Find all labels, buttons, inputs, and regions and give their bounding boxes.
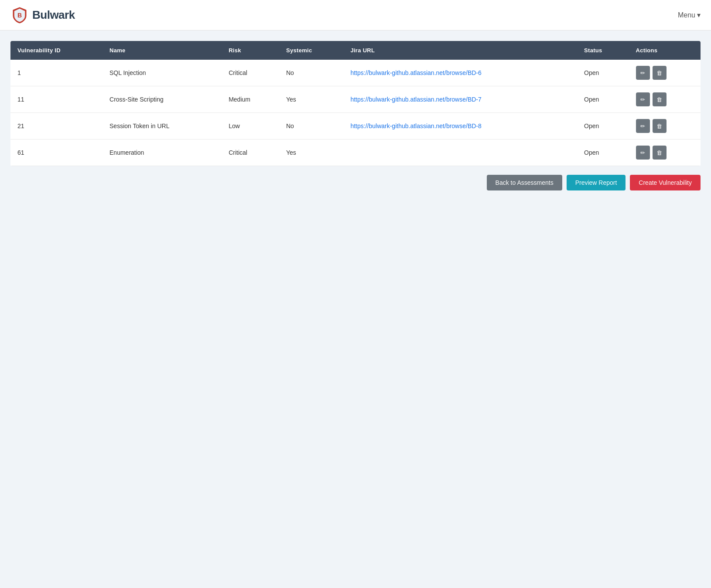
edit-button[interactable]: ✏ [636,146,650,160]
cell-status: Open [577,60,629,86]
cell-name: Cross-Site Scripting [103,86,222,113]
cell-actions: ✏🗑 [629,139,701,166]
jira-link[interactable]: https://bulwark-github.atlassian.net/bro… [350,96,481,103]
col-systemic: Systemic [279,41,343,60]
preview-report-button[interactable]: Preview Report [567,175,626,190]
main-content: Vulnerability ID Name Risk Systemic Jira… [0,31,711,201]
cell-vuln-id: 21 [10,113,103,139]
delete-button[interactable]: 🗑 [653,146,667,160]
cell-actions: ✏🗑 [629,113,701,139]
action-buttons: ✏🗑 [636,66,694,80]
pencil-icon: ✏ [640,123,645,129]
delete-button[interactable]: 🗑 [653,66,667,80]
col-risk: Risk [222,41,279,60]
cell-risk: Critical [222,60,279,86]
app-name: Bulwark [32,8,75,22]
delete-button[interactable]: 🗑 [653,119,667,133]
edit-button[interactable]: ✏ [636,119,650,133]
cell-actions: ✏🗑 [629,60,701,86]
table-row: 61EnumerationCriticalYesOpen✏🗑 [10,139,701,166]
edit-button[interactable]: ✏ [636,66,650,80]
logo-container: B Bulwark [10,6,75,24]
cell-risk: Low [222,113,279,139]
col-actions: Actions [629,41,701,60]
chevron-down-icon: ▾ [697,11,701,19]
col-jira-url: Jira URL [343,41,577,60]
cell-name: Enumeration [103,139,222,166]
vulnerability-table: Vulnerability ID Name Risk Systemic Jira… [10,41,701,166]
col-vuln-id: Vulnerability ID [10,41,103,60]
cell-vuln-id: 11 [10,86,103,113]
cell-risk: Critical [222,139,279,166]
cell-name: SQL Injection [103,60,222,86]
table-header: Vulnerability ID Name Risk Systemic Jira… [10,41,701,60]
table-body: 1SQL InjectionCriticalNohttps://bulwark-… [10,60,701,166]
table-row: 1SQL InjectionCriticalNohttps://bulwark-… [10,60,701,86]
jira-link[interactable]: https://bulwark-github.atlassian.net/bro… [350,69,481,76]
action-buttons: ✏🗑 [636,119,694,133]
jira-link[interactable]: https://bulwark-github.atlassian.net/bro… [350,122,481,129]
action-buttons: ✏🗑 [636,146,694,160]
create-vulnerability-button[interactable]: Create Vulnerability [630,175,701,190]
bottom-actions: Back to Assessments Preview Report Creat… [10,175,701,190]
cell-jira-url: https://bulwark-github.atlassian.net/bro… [343,60,577,86]
trash-icon: 🗑 [656,150,662,156]
cell-status: Open [577,113,629,139]
cell-risk: Medium [222,86,279,113]
table-row: 11Cross-Site ScriptingMediumYeshttps://b… [10,86,701,113]
menu-button[interactable]: Menu ▾ [678,11,701,19]
cell-systemic: No [279,60,343,86]
svg-text:B: B [17,12,22,19]
col-name: Name [103,41,222,60]
edit-button[interactable]: ✏ [636,92,650,106]
trash-icon: 🗑 [656,96,662,103]
trash-icon: 🗑 [656,70,662,76]
cell-name: Session Token in URL [103,113,222,139]
pencil-icon: ✏ [640,96,645,103]
delete-button[interactable]: 🗑 [653,92,667,106]
action-buttons: ✏🗑 [636,92,694,106]
cell-systemic: No [279,113,343,139]
pencil-icon: ✏ [640,70,645,76]
cell-status: Open [577,139,629,166]
cell-systemic: Yes [279,86,343,113]
cell-vuln-id: 1 [10,60,103,86]
col-status: Status [577,41,629,60]
menu-label: Menu [678,11,695,19]
cell-vuln-id: 61 [10,139,103,166]
trash-icon: 🗑 [656,123,662,129]
cell-systemic: Yes [279,139,343,166]
table-row: 21Session Token in URLLowNohttps://bulwa… [10,113,701,139]
cell-status: Open [577,86,629,113]
back-to-assessments-button[interactable]: Back to Assessments [487,175,562,190]
pencil-icon: ✏ [640,150,645,156]
cell-jira-url: https://bulwark-github.atlassian.net/bro… [343,113,577,139]
cell-actions: ✏🗑 [629,86,701,113]
navbar: B Bulwark Menu ▾ [0,0,711,31]
bulwark-logo-icon: B [10,6,29,24]
cell-jira-url [343,139,577,166]
cell-jira-url: https://bulwark-github.atlassian.net/bro… [343,86,577,113]
